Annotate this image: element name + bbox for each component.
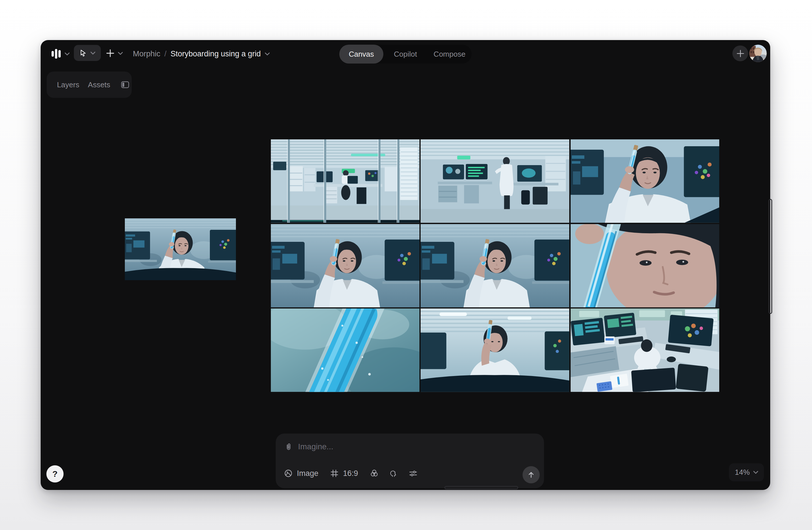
prompt-bar: Image 16:9 <box>276 433 544 488</box>
panel-tab-assets[interactable]: Assets <box>88 80 110 89</box>
prompt-input[interactable] <box>298 442 510 451</box>
breadcrumb: Morphic / Storyboarding using a grid <box>133 40 270 68</box>
mode-tabs: Canvas Copilot Compose <box>339 45 472 63</box>
avatar[interactable] <box>749 45 767 62</box>
new-project-button[interactable] <box>733 45 748 61</box>
tab-canvas[interactable]: Canvas <box>339 45 383 63</box>
arrow-up-icon <box>527 471 535 479</box>
help-button[interactable]: ? <box>46 465 63 483</box>
storyboard-grid <box>271 139 719 388</box>
persona-icon[interactable] <box>389 469 398 478</box>
zoom-control[interactable]: 14% <box>729 463 764 481</box>
chevron-down-icon <box>118 52 123 55</box>
app-window: Morphic / Storyboarding using a grid Can… <box>41 40 770 490</box>
chevron-down-icon <box>753 471 758 474</box>
breadcrumb-workspace[interactable]: Morphic <box>133 49 160 58</box>
aspect-ratio-value[interactable]: 16:9 <box>343 469 358 478</box>
select-cursor-icon <box>79 49 87 57</box>
chevron-down-icon[interactable] <box>265 53 270 56</box>
generated-image-3[interactable] <box>571 139 719 223</box>
generated-image-7[interactable] <box>271 309 419 392</box>
tab-compose[interactable]: Compose <box>427 45 472 63</box>
paperclip-icon[interactable] <box>284 442 293 451</box>
send-button[interactable] <box>523 466 540 483</box>
chevron-down-icon <box>65 53 70 56</box>
output-type-label[interactable]: Image <box>297 469 318 478</box>
avatar-photo <box>749 45 767 62</box>
breadcrumb-separator: / <box>164 49 166 58</box>
panel-tab-layers[interactable]: Layers <box>57 80 79 89</box>
vertical-scrollbar[interactable] <box>768 199 772 314</box>
aspect-ratio-icon[interactable] <box>330 469 339 478</box>
plus-icon <box>736 49 744 58</box>
plus-icon <box>106 49 115 58</box>
generated-image-1[interactable] <box>271 139 419 223</box>
image-icon[interactable] <box>284 469 293 478</box>
app-menu[interactable] <box>52 46 70 62</box>
loop-icon[interactable] <box>369 469 379 478</box>
morphic-logo-icon <box>52 49 61 59</box>
panel-left-icon[interactable] <box>120 80 130 89</box>
generated-image-9[interactable] <box>571 309 719 392</box>
zoom-value: 14% <box>735 468 750 477</box>
generated-image-5[interactable] <box>421 224 569 308</box>
horizontal-scrollbar[interactable] <box>444 486 518 489</box>
generated-image-4[interactable] <box>271 224 419 308</box>
generated-image-2[interactable] <box>421 139 569 223</box>
tab-copilot[interactable]: Copilot <box>383 45 427 63</box>
sliders-icon[interactable] <box>409 469 418 478</box>
chevron-down-icon <box>90 51 95 55</box>
canvas-thumbnail-image[interactable] <box>125 218 236 280</box>
generated-image-8[interactable] <box>421 309 569 392</box>
breadcrumb-page-title[interactable]: Storyboarding using a grid <box>171 49 261 58</box>
generated-image-6[interactable] <box>571 224 719 308</box>
select-tool-button[interactable] <box>74 45 101 61</box>
insert-button[interactable] <box>106 46 123 61</box>
side-panel: Layers Assets <box>47 72 132 98</box>
